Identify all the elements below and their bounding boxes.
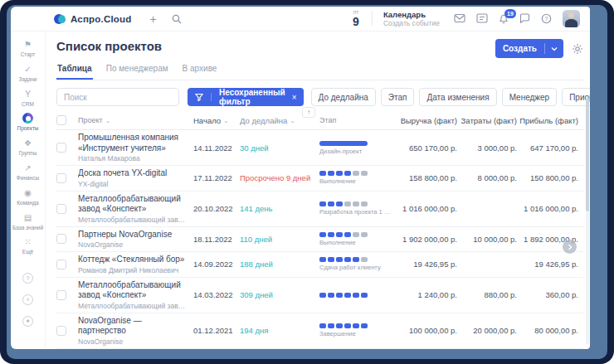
row-checkbox[interactable] [56, 173, 66, 183]
column-header-project[interactable]: Проект ⌄ [78, 116, 193, 125]
tab-по-менеджерам[interactable]: По менеджерам [105, 64, 169, 80]
crm-icon: Y [22, 89, 33, 99]
quick-add-icon[interactable]: + [150, 13, 157, 25]
filter-button-дата-изменения[interactable]: Дата изменения [419, 88, 496, 106]
remove-filter-icon[interactable]: × [291, 93, 304, 102]
project-title[interactable]: Металлообрабатывающий завод «Конспект» [78, 194, 187, 215]
search-input[interactable] [56, 88, 179, 106]
column-header-start[interactable]: Начало ⌄ [193, 116, 240, 125]
logo-icon [54, 13, 66, 25]
column-header-stage[interactable]: Этап [319, 116, 394, 125]
stage-progress-bar [319, 293, 368, 298]
topbar: Аспро.Cloud + пт 9 Календарь Создать соб… [11, 7, 590, 32]
costs-value: 20 000,00 р. [457, 326, 517, 335]
project-title[interactable]: Доска почета YX-digital [78, 168, 187, 179]
stage-label: Дизайн-проект [319, 148, 392, 155]
stage-label: Выполнение [319, 177, 392, 185]
day-number: 9 [353, 16, 359, 27]
project-subtitle: Металлообрабатывающий завод «Конспект» [78, 216, 187, 224]
project-title[interactable]: Металлообрабатывающий завод «Конспект» [78, 280, 187, 301]
sidebar-item-база-знаний[interactable]: ▤ База знаний [11, 212, 46, 231]
costs-value: 880,00 р. [457, 290, 517, 299]
start-icon: ⚑ [22, 39, 33, 50]
row-checkbox[interactable] [56, 204, 66, 214]
user-avatar[interactable] [563, 10, 580, 27]
page-settings-gear-icon[interactable] [572, 43, 583, 55]
scroll-right-button[interactable] [563, 240, 577, 254]
sort-chevron-icon: ⌄ [105, 117, 111, 124]
column-header-cost[interactable]: Затраты (факт) [457, 116, 517, 125]
create-button-label: Создать [495, 44, 544, 53]
table-row[interactable]: ХМАО- Сургут 01.12.2022 Просрочено 7 дне… [56, 349, 583, 350]
filter-button-до-дедлайна[interactable]: До дедлайна [311, 88, 376, 106]
sort-chevron-icon: ⌄ [223, 117, 229, 124]
revenue-value: 158 800,00 р. [394, 173, 457, 182]
help-icon[interactable]: ? [541, 13, 552, 24]
table-row[interactable]: Партнеры NovaOrganise NovaOrganise 18.11… [56, 227, 583, 253]
sidebar-item-ещё[interactable]: ⁙ Ещё [11, 236, 46, 255]
sidebar-item-crm[interactable]: Y CRM [11, 89, 46, 108]
row-checkbox[interactable] [56, 326, 66, 336]
search-icon[interactable] [172, 14, 182, 24]
knowledge-base-icon: ▤ [22, 212, 33, 223]
sidebar-item-команда[interactable]: ◉ Команда [11, 187, 46, 206]
gift-icon[interactable]: ✦ [22, 316, 33, 327]
apps-icon[interactable]: ⚬ [22, 294, 33, 305]
project-title[interactable]: NovaOrganise — партнерство [78, 316, 187, 337]
project-subtitle: Металлообрабатывающий завод «Конспект» [78, 302, 187, 310]
project-title[interactable]: Промышленная компания «Инструмент учител… [78, 133, 187, 153]
sidebar-item-старт[interactable]: ⚑ Старт [11, 39, 46, 58]
sidebar-item-финансы[interactable]: ↗ Финансы [11, 163, 46, 182]
chat-icon[interactable] [519, 13, 530, 23]
notifications-badge: 19 [504, 9, 516, 18]
tab-таблица[interactable]: Таблица [56, 64, 93, 80]
row-checkbox[interactable] [56, 260, 66, 269]
tab-в-архиве[interactable]: В архиве [182, 64, 218, 80]
mail-icon[interactable] [454, 13, 465, 23]
deadline-value: 110 дней [240, 235, 319, 244]
logo-text: Аспро.Cloud [71, 14, 132, 24]
bell-icon[interactable]: 19 [499, 13, 509, 24]
create-button[interactable]: Создать [495, 39, 563, 58]
project-subtitle: Наталья Макарова [78, 154, 187, 163]
view-tabs: ТаблицаПо менеджерамВ архиве [56, 64, 583, 80]
notes-icon[interactable] [476, 13, 488, 23]
revenue-value: 1 016 000,00 р. [394, 204, 457, 213]
row-checkbox[interactable] [56, 290, 66, 300]
sort-direction-indicator[interactable]: ↑ [302, 107, 315, 118]
team-icon: ◉ [22, 187, 33, 198]
project-subtitle: Романов Дмитрий Николаевич [78, 266, 187, 274]
deadline-value: 194 дня [240, 326, 319, 335]
unsaved-filter-chip[interactable]: Несохраненный фильтр × [188, 88, 304, 106]
column-header-rev[interactable]: Выручка (факт) [394, 116, 457, 125]
scrollbar-thumb[interactable] [586, 98, 589, 211]
chevron-down-icon[interactable] [545, 46, 563, 51]
costs-value: 10 000,00 р. [457, 235, 517, 244]
row-checkbox[interactable] [56, 143, 66, 153]
sidebar: ⚑ Старт ✓ Задачи Y CRM Проекты ❖ Группы … [11, 32, 46, 349]
table-row[interactable]: Металлообрабатывающий завод «Конспект» М… [56, 192, 583, 227]
column-header-profit[interactable]: Прибыль (факт) [517, 116, 583, 125]
sidebar-item-задачи[interactable]: ✓ Задачи [11, 64, 46, 83]
support-icon[interactable]: ? [22, 273, 33, 284]
filter-button-менеджер[interactable]: Менеджер [502, 88, 558, 106]
row-checkbox[interactable] [56, 234, 66, 244]
table-row[interactable]: Доска почета YX-digital YX-digital 17.11… [56, 166, 583, 192]
profit-value: 1 016 000,00 р. [517, 204, 583, 213]
calendar-widget[interactable]: Календарь Создать событие [383, 10, 440, 28]
logo[interactable]: Аспро.Cloud [54, 13, 132, 25]
date-widget[interactable]: пт 9 [353, 10, 359, 27]
profit-value: 80 000,00 р. [517, 326, 583, 335]
filter-button-этап[interactable]: Этап [381, 88, 415, 106]
sidebar-item-проекты[interactable]: Проекты [11, 113, 46, 132]
table-row[interactable]: Металлообрабатывающий завод «Конспект» М… [56, 278, 583, 313]
tasks-icon: ✓ [22, 64, 33, 75]
project-title[interactable]: Коттедж «Стеклянный бор» [78, 255, 187, 265]
costs-value: 8 000,00 р. [457, 173, 517, 182]
project-title[interactable]: Партнеры NovaOrganise [78, 230, 187, 240]
sidebar-item-группы[interactable]: ❖ Группы [11, 138, 46, 157]
table-row[interactable]: Промышленная компания «Инструмент учител… [56, 130, 583, 166]
table-row[interactable]: Коттедж «Стеклянный бор» Романов Дмитрий… [56, 252, 583, 278]
table-row[interactable]: NovaOrganise — партнерство NovaOrganise … [56, 313, 583, 349]
select-all-checkbox[interactable] [56, 115, 66, 125]
